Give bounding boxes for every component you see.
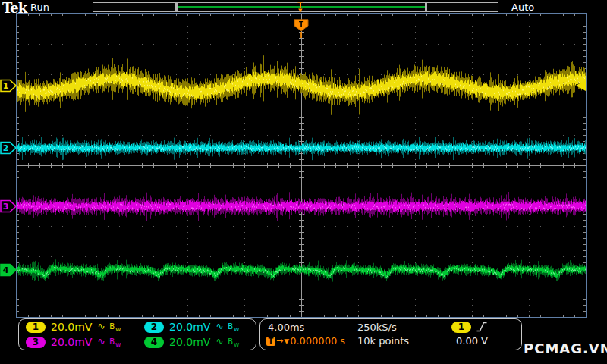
trigger-source-badge[interactable]: 1 [451,322,471,333]
channel-2-ac-coupling-icon: ∿ [215,321,224,331]
channel-3-badge[interactable]: 3 [26,337,46,348]
channel-1-ac-coupling-icon: ∿ [97,321,105,331]
trigger-arrow-icon: → [276,336,283,346]
channel-1-readout[interactable]: 1 20.0mV ∿ BW [19,321,137,333]
channel-3-scale: 20.0mV [51,336,92,348]
trigger-marker-icon: ▼ [284,337,289,345]
trigger-position-marker[interactable]: T ▼ [294,0,307,14]
channel-1-scale: 20.0mV [51,321,92,333]
trigger-position-readout[interactable]: T→▼0.000000 s [266,335,345,347]
horizontal-trigger-readout-box: 4.00ms 250kS/s 1 T→▼0.000000 s 10k point… [259,318,522,350]
channel-2-marker-label: 2 [3,143,9,153]
waveform-display[interactable] [17,14,586,317]
channel-2-readout[interactable]: 2 20.0mV ∿ BW [137,321,256,333]
trigger-position-arrow-icon: ▼ [294,8,307,14]
channel-3-ac-coupling-icon: ∿ [97,336,105,347]
channel-4-position-marker[interactable]: 4 [0,263,17,277]
trigger-mode-label: Auto [511,2,534,13]
channel-3-position-marker[interactable]: 3 [0,199,17,213]
channel-4-scale: 20.0mV [169,336,210,348]
trigger-position-time: 0.000000 s [290,335,345,347]
channel-2-badge[interactable]: 2 [144,322,164,333]
channel-4-badge[interactable]: 4 [144,337,164,348]
channel-1-marker-label: 1 [3,81,9,91]
record-length: 10k points [357,335,409,347]
channel-1-badge[interactable]: 1 [26,322,46,333]
channel-2-bandwidth-icon: B [228,322,234,331]
channel-1-position-marker[interactable]: 1 [0,79,17,93]
channel-4-ac-coupling-icon: ∿ [215,336,224,347]
horizontal-scale[interactable]: 4.00ms [268,322,304,333]
channel-4-marker-label: 4 [3,265,9,275]
channel-4-readout[interactable]: 4 20.0mV ∿ BW [137,336,256,348]
channel-2-position-marker[interactable]: 2 [0,141,17,155]
channel-readout-box: 1 20.0mV ∿ BW 2 20.0mV ∿ BW 3 20.0mV ∿ B… [18,318,256,350]
channel-2-scale: 20.0mV [169,321,210,333]
sample-rate: 250kS/s [357,322,397,333]
watermark: PCMAG.VN [524,340,607,356]
channel-3-readout[interactable]: 3 20.0mV ∿ BW [19,336,137,348]
record-window-right-bracket[interactable] [425,3,427,11]
channel-3-marker-label: 3 [3,202,9,212]
channel-4-bandwidth-icon: B [228,337,234,346]
trigger-level[interactable]: 0.00 V [456,335,488,347]
trigger-time-flag[interactable]: T [294,19,309,32]
acquisition-status: Run [30,2,49,13]
trigger-flag-t-label: T [299,20,304,28]
trigger-t-icon: T [266,337,275,346]
trigger-flag-tail [300,32,302,38]
oscilloscope-screen: Tek Run Auto T ▼ 1 2 3 4 T 1 [0,0,607,364]
rising-edge-icon [476,321,488,333]
channel-3-bandwidth-icon: B [109,337,115,346]
channel-1-bandwidth-icon: B [109,322,115,331]
trigger-level-arrow[interactable] [576,80,586,91]
